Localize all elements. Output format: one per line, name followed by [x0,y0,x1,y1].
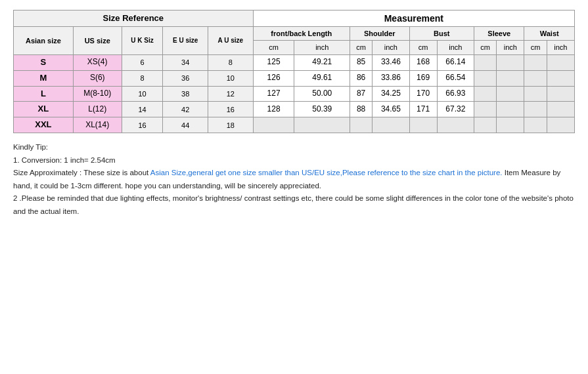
table-cell: 67.32 [437,102,474,117]
table-cell: XL(14) [73,117,122,133]
bust-header: Bust [409,27,474,41]
table-cell: 8 [208,54,253,70]
table-cell [524,54,547,70]
table-cell: 44 [163,117,208,133]
au-size-header: A U size [208,27,253,55]
asian-size-header: Asian size [14,27,74,55]
table-cell: 50.39 [294,102,350,117]
table-row: XXLXL(14)164418 [14,117,575,133]
table-cell: 86 [350,70,372,86]
shoulder-cm-unit: cm [350,41,372,54]
size-table: Size Reference Measurement Asian size US… [13,10,575,133]
table-cell: 169 [409,70,437,86]
table-cell: 66.93 [437,86,474,102]
table-cell: 42 [163,102,208,117]
table-cell [474,102,497,117]
table-cell [547,54,574,70]
table-cell [253,117,294,133]
table-cell [547,102,574,117]
table-cell: 128 [253,102,294,117]
table-cell [474,54,497,70]
note-line2-blue: Asian Size,general get one size smaller … [150,169,503,177]
bust-inch-unit: inch [437,41,474,54]
fl-inch-unit: inch [294,41,350,54]
table-cell [497,70,524,86]
front-back-length-header: front/back Length [253,27,350,41]
table-cell: 125 [253,54,294,70]
table-cell: 6 [122,54,163,70]
fl-cm-unit: cm [253,41,294,54]
table-cell: 8 [122,70,163,86]
table-cell: XL [14,102,74,117]
table-cell: S(6) [73,70,122,86]
note-line3: 2 .Please be reminded that due lighting … [13,192,575,218]
table-cell: L(12) [73,102,122,117]
table-cell [497,117,524,133]
table-cell: XXL [14,117,74,133]
uk-size-header: U K Siz [122,27,163,55]
table-cell: 170 [409,86,437,102]
table-cell: 38 [163,86,208,102]
sleeve-inch-unit: inch [497,41,524,54]
table-cell [474,117,497,133]
table-cell: 14 [122,102,163,117]
table-cell: 171 [409,102,437,117]
table-cell: M [14,70,74,86]
table-cell: 16 [122,117,163,133]
size-ref-header: Size Reference [14,10,254,27]
table-cell: 33.46 [373,54,409,70]
table-cell: 10 [208,70,253,86]
table-cell [547,86,574,102]
table-cell [474,86,497,102]
table-cell: 18 [208,117,253,133]
table-cell: 16 [208,102,253,117]
table-row: MS(6)8361012649.618633.8616966.54 [14,70,575,86]
table-cell [547,70,574,86]
table-cell: 87 [350,86,372,102]
notes-section: Kindly Tip: 1. Conversion: 1 inch= 2.54c… [13,141,575,218]
table-cell [547,117,574,133]
table-cell: 10 [122,86,163,102]
waist-inch-unit: inch [547,41,574,54]
shoulder-header: Shoulder [350,27,409,41]
table-cell: 49.61 [294,70,350,86]
table-cell: 36 [163,70,208,86]
measurement-header: Measurement [253,10,574,27]
table-cell [497,102,524,117]
sleeve-cm-unit: cm [474,41,497,54]
waist-cm-unit: cm [524,41,547,54]
table-cell [524,117,547,133]
table-cell: 66.54 [437,70,474,86]
table-cell [294,117,350,133]
table-row: SXS(4)634812549.218533.4616866.14 [14,54,575,70]
table-cell: 12 [208,86,253,102]
table-cell: S [14,54,74,70]
table-cell [437,117,474,133]
eu-size-header: E U size [163,27,208,55]
table-cell: 33.86 [373,70,409,86]
table-cell [524,70,547,86]
table-cell [373,117,409,133]
table-cell [409,117,437,133]
table-cell: XS(4) [73,54,122,70]
table-cell [524,102,547,117]
bust-cm-unit: cm [409,41,437,54]
note-line2: Size Approximately : These size is about… [13,167,575,192]
table-cell: 34.25 [373,86,409,102]
table-cell [474,70,497,86]
table-cell: L [14,86,74,102]
table-cell: 85 [350,54,372,70]
table-row: XLL(12)14421612850.398834.6517167.32 [14,102,575,117]
table-cell [497,54,524,70]
table-cell: 126 [253,70,294,86]
table-cell [497,86,524,102]
table-row: LM(8-10)10381212750.008734.2517066.93 [14,86,575,102]
waist-header: Waist [524,27,575,41]
table-cell: 168 [409,54,437,70]
page-container: Size Reference Measurement Asian size US… [13,10,575,218]
table-cell: 34 [163,54,208,70]
table-cell: 49.21 [294,54,350,70]
table-cell: 34.65 [373,102,409,117]
shoulder-inch-unit: inch [373,41,409,54]
sleeve-header: Sleeve [474,27,524,41]
